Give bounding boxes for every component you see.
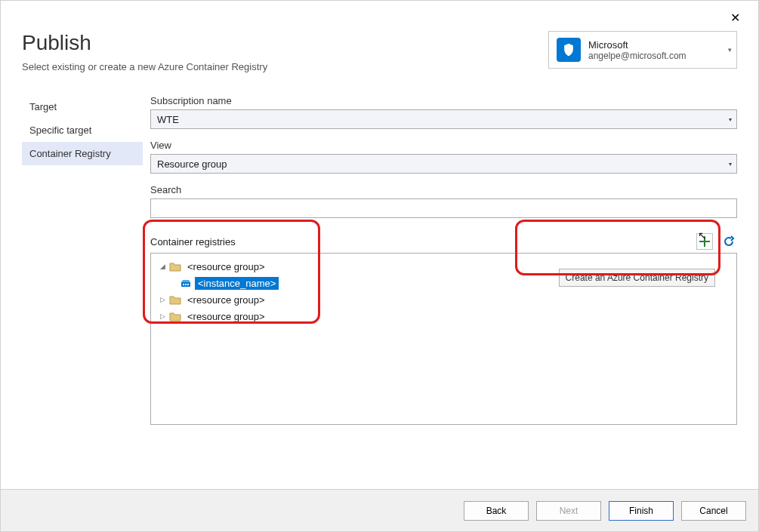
tree-instance-row[interactable]: <instance_name> <box>154 275 733 291</box>
refresh-button[interactable] <box>720 233 737 250</box>
wizard-steps: Target Specific target Container Registr… <box>22 95 150 425</box>
folder-icon <box>169 261 181 272</box>
account-org: Microsoft <box>588 39 686 51</box>
chevron-down-icon: ▾ <box>728 46 732 54</box>
subscription-value: WTE <box>157 114 179 125</box>
page-subtitle: Select existing or create a new Azure Co… <box>22 61 267 72</box>
next-button: Next <box>536 501 601 521</box>
back-button[interactable]: Back <box>464 501 529 521</box>
svg-rect-4 <box>187 284 189 285</box>
folder-icon <box>169 294 181 305</box>
tree-expand-icon[interactable]: ◢ <box>159 263 166 270</box>
tree-group-label: <resource group> <box>184 294 268 306</box>
tree-instance-label: <instance_name> <box>195 277 279 290</box>
chevron-down-icon: ▾ <box>729 161 732 168</box>
tree-group-label: <resource group> <box>184 260 268 273</box>
sidebar-item-label: Container Registry <box>29 148 111 159</box>
svg-rect-2 <box>183 284 184 285</box>
dialog-footer: Back Next Finish Cancel <box>1 489 758 531</box>
subscription-dropdown[interactable]: WTE ▾ <box>150 109 737 129</box>
sidebar-item-label: Target <box>29 101 57 112</box>
search-input[interactable] <box>150 198 737 218</box>
tree-group-row[interactable]: ◢ <resource group> <box>154 258 733 275</box>
tree-expand-icon[interactable]: ▷ <box>159 312 166 320</box>
search-label: Search <box>150 184 737 195</box>
chevron-down-icon: ▾ <box>729 116 732 123</box>
subscription-label: Subscription name <box>150 95 737 106</box>
view-dropdown[interactable]: Resource group ▾ <box>150 154 737 174</box>
account-email: angelpe@microsoft.com <box>588 51 686 61</box>
folder-icon <box>169 311 181 321</box>
add-registry-button[interactable] <box>696 233 713 250</box>
sidebar-item-target[interactable]: Target <box>22 95 143 118</box>
tree-group-label: <resource group> <box>184 310 268 323</box>
registries-tree[interactable]: ◢ <resource group> <instance_name> ▷ <re… <box>150 253 737 425</box>
sidebar-item-label: Specific target <box>29 125 91 136</box>
tree-group-row[interactable]: ▷ <resource group> <box>154 308 733 324</box>
cancel-button[interactable]: Cancel <box>681 501 746 521</box>
svg-rect-3 <box>185 284 187 285</box>
close-button[interactable]: ✕ <box>726 10 745 26</box>
view-label: View <box>150 140 737 151</box>
account-picker[interactable]: Microsoft angelpe@microsoft.com ▾ <box>548 31 737 69</box>
tree-expand-icon[interactable]: ▷ <box>159 296 166 303</box>
registries-label: Container registries <box>150 236 236 248</box>
account-badge-icon <box>557 38 581 62</box>
svg-rect-1 <box>699 241 710 242</box>
registry-icon <box>180 278 192 288</box>
page-title: Publish <box>22 31 267 55</box>
finish-button[interactable]: Finish <box>609 501 674 521</box>
tree-group-row[interactable]: ▷ <resource group> <box>154 291 733 308</box>
sidebar-item-specific-target[interactable]: Specific target <box>22 118 143 142</box>
view-value: Resource group <box>157 158 227 170</box>
plus-icon <box>699 235 711 248</box>
sidebar-item-container-registry[interactable]: Container Registry <box>22 142 143 165</box>
refresh-icon <box>723 235 735 248</box>
